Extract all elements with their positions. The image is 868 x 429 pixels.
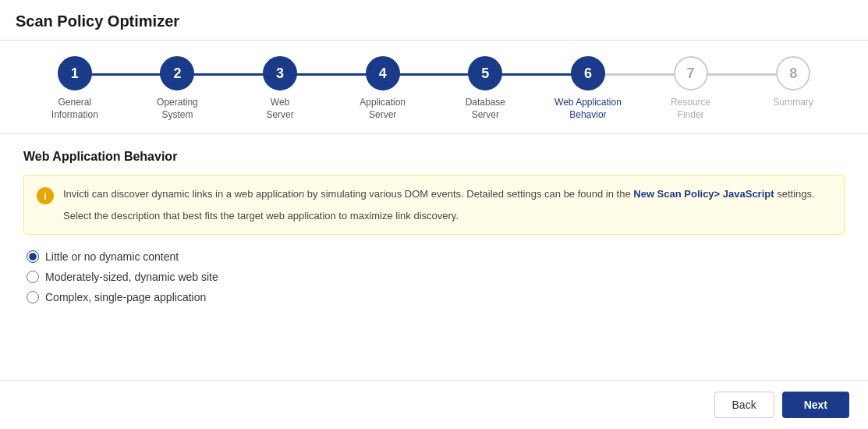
step-7: 7Resource Finder [639,56,742,121]
content-section: Web Application Behavior i Invicti can d… [0,134,868,319]
step-6: 6Web Application Behavior [537,56,639,121]
radio-label-3: Complex, single-page application [45,291,206,303]
radio-input-2[interactable] [27,271,39,283]
radio-label-2: Moderately-sized, dynamic web site [45,271,218,283]
step-2: 2Operating System [126,56,229,121]
radio-input-3[interactable] [27,291,39,303]
step-label-4: Application Server [360,97,406,121]
radio-group: Little or no dynamic contentModerately-s… [23,250,845,303]
step-circle-1[interactable]: 1 [58,56,92,90]
stepper: 1General Information2Operating System3We… [23,56,845,121]
back-button[interactable]: Back [714,392,774,418]
next-button[interactable]: Next [782,392,849,418]
info-text-line2: Select the description that best fits th… [63,208,815,224]
step-label-2: Operating System [157,97,198,121]
step-3: 3Web Server [229,56,331,121]
info-box: i Invicti can discover dynamic links in … [23,175,845,235]
step-label-7: Resource Finder [671,97,710,121]
step-label-8: Summary [774,97,813,109]
step-circle-4[interactable]: 4 [366,56,400,90]
info-link[interactable]: New Scan Policy> JavaScript [633,188,774,200]
step-circle-6[interactable]: 6 [571,56,605,90]
step-8: 8Summary [742,56,845,109]
step-circle-2[interactable]: 2 [160,56,194,90]
step-circle-7[interactable]: 7 [674,56,708,90]
section-title: Web Application Behavior [23,150,845,164]
step-4: 4Application Server [331,56,434,121]
step-label-6: Web Application Behavior [554,97,622,121]
footer: Back Next [0,380,868,429]
step-1: 1General Information [23,56,126,121]
page-title: Scan Policy Optimizer [16,12,852,30]
radio-input-1[interactable] [27,250,39,263]
step-circle-3[interactable]: 3 [263,56,297,90]
info-icon: i [37,187,54,204]
radio-label-1: Little or no dynamic content [45,250,179,263]
page-header: Scan Policy Optimizer [0,0,868,41]
info-text: Invicti can discover dynamic links in a … [63,186,815,223]
radio-item-3[interactable]: Complex, single-page application [27,291,845,303]
step-circle-5[interactable]: 5 [468,56,502,90]
step-label-3: Web Server [266,97,293,121]
step-circle-8[interactable]: 8 [776,56,810,90]
step-label-5: Database Server [466,97,505,121]
step-label-1: General Information [51,97,98,121]
info-text-start: Invicti can discover dynamic links in a … [63,188,633,200]
info-text-end: settings. [774,188,815,200]
radio-item-1[interactable]: Little or no dynamic content [27,250,845,263]
step-5: 5Database Server [434,56,537,121]
radio-item-2[interactable]: Moderately-sized, dynamic web site [27,271,845,283]
stepper-section: 1General Information2Operating System3We… [0,41,868,134]
